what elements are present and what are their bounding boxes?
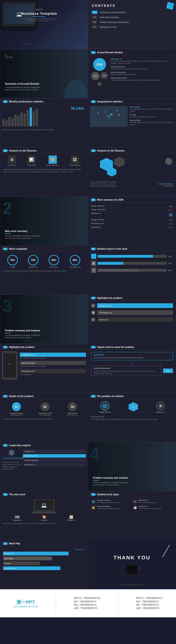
wp-item-2: Start Today bbox=[3, 556, 85, 560]
cover-year: 20XX bbox=[21, 8, 57, 11]
annual-item-1-name: Windows 10 bbox=[111, 58, 172, 60]
main-work-slide: 15 The main work 💻 ⌨ Keynote 6.3 🎨 Illus… bbox=[0, 491, 88, 540]
bar-9 bbox=[27, 110, 29, 126]
bar-12 bbox=[36, 109, 38, 126]
wp-item-1: Keynote 5.3 bbox=[3, 552, 85, 555]
hlp-item-2: Adobe Illustrator Your main work and put… bbox=[20, 361, 86, 367]
analysis1-title: Analysis on the Reasons bbox=[9, 150, 37, 152]
prosum-title: Problem summary and solution bbox=[93, 476, 130, 479]
bar-4 bbox=[11, 118, 14, 126]
wc-badge: 07 bbox=[3, 248, 8, 250]
urgent-box-1: Questions Your main work and put as any … bbox=[91, 352, 173, 360]
dws-item-1: 🌐 Google Chrome Your main work and put a… bbox=[91, 499, 131, 504]
monthly-stats-slide: 02 Monthly performance statistics 36,244… bbox=[0, 98, 88, 147]
wc-item-2: 70% Keynote 6.3 bbox=[28, 255, 39, 268]
highlights-1-slide: 09 Highlights the problem ⊕ Google Chrom… bbox=[88, 295, 176, 344]
ps-item-3: 🖥 Windows 10 bbox=[156, 402, 165, 413]
hex-2 bbox=[114, 157, 125, 167]
year-2033: 2033 bbox=[97, 82, 102, 86]
analysis-icon-2: 📊 Power Point bbox=[27, 156, 36, 166]
ps-badge: 13 bbox=[91, 395, 96, 398]
ls-desc: This main work and put as any files with… bbox=[2, 461, 21, 470]
annual-item-2-name: Photoshop CS6 bbox=[111, 66, 172, 68]
hl1-item-1: ⊕ Google Chrome bbox=[91, 303, 173, 308]
mw-item-3: 🪟 Window 10 bbox=[67, 515, 75, 521]
ws-item-3: Windows 12 👥 bbox=[91, 212, 173, 218]
panel1-title: Summary of Annual Results bbox=[5, 82, 42, 85]
connect-line bbox=[132, 362, 132, 364]
footer: 第一PPT HTTP://WWW.1PPT.COM 联系方式：下载后查看联系方式… bbox=[0, 589, 176, 617]
thankyou-text: THANK YOU bbox=[114, 555, 150, 561]
annual-left-panel: 01 Full Chat Summary of Annual Results T… bbox=[0, 49, 88, 98]
annual-item-1-desc: Your main work and put as any files with… bbox=[111, 60, 172, 64]
worksummary-label: Main work summary bbox=[5, 230, 40, 232]
ls-title: Leadership support bbox=[9, 444, 31, 447]
ps-title: The problem of solution bbox=[97, 395, 124, 398]
ls-item-2: Photoshop CS4 bbox=[23, 454, 86, 458]
ws-item-2: Power Point 2031 bbox=[91, 208, 173, 212]
bar-6 bbox=[17, 116, 20, 126]
problem-left-panel: 3 Problem summary and analysis The best … bbox=[0, 295, 88, 344]
hl1-item-3: ⊙ Window 10 bbox=[91, 317, 173, 322]
annual-item-4-desc: Your main work and put as any files with… bbox=[111, 79, 172, 81]
bar-5 bbox=[14, 114, 17, 126]
problem-solution-slide: 13 The problem of solution 🌐 Google Chro… bbox=[88, 393, 176, 442]
analysis-icon-1: 🖥 Windows 10 bbox=[8, 156, 17, 166]
mw-item-1: ⌨ Keynote 6.3 bbox=[13, 515, 21, 521]
work-plan-slide: 17 Work Plan Keynote 5.3 Keynote 5.3 Sta… bbox=[0, 540, 88, 589]
monthly-badge: 02 bbox=[3, 100, 8, 103]
detailed-steps-slide: 16 Detailed work steps 🌐 Google Chrome Y… bbox=[88, 491, 176, 540]
ws-badge: 06 bbox=[91, 198, 96, 201]
urgent-action-area: Adobe illustrator Your main work and put… bbox=[91, 366, 173, 376]
contents-item-1: 01 Summary of Annual Results bbox=[88, 10, 176, 15]
big-num-3: 3 bbox=[3, 297, 13, 315]
wc-item-4: 80% Photoshop CS6 bbox=[69, 255, 81, 268]
contents-item-3: 03 Problem summary and solution bbox=[88, 20, 176, 24]
big-num-2: 2 bbox=[3, 200, 12, 216]
ws-item-5: Photoshop Cs6 bbox=[91, 222, 173, 226]
dp-title: Details of the problem bbox=[9, 395, 34, 398]
mw-title: The main work bbox=[9, 493, 25, 496]
dr-item-1: 🌐 80% bbox=[91, 254, 173, 259]
footer-left-info: 联系方式：下载后查看联系方式 电话：下载后查看联系方式 地址：下载后查看联系方式… bbox=[74, 596, 100, 610]
wp-badge: 17 bbox=[3, 542, 8, 545]
dp-item-2: 02 Photoshop CS6 Your main work bbox=[39, 402, 52, 416]
cover-subtitle: This presentation is suitable for descri… bbox=[21, 18, 57, 22]
big-num-4: 4 bbox=[90, 444, 100, 463]
footer-logo: 第一PPT bbox=[14, 599, 38, 606]
wp-title: Work Plan bbox=[9, 542, 20, 545]
geo-stats-slide: 03 Geographical statistics 🌍 Shan Dong Y… bbox=[88, 98, 176, 147]
analysis2-desc: Your main work and put as any files with… bbox=[91, 181, 119, 187]
contents-item-4: 04 Workplan for 2037 bbox=[88, 24, 176, 30]
ls-item-1: Keynote 6.3 bbox=[23, 450, 86, 453]
up-badge: 11 bbox=[91, 346, 96, 348]
dp-item-1: 01 Google Chrome Your main work bbox=[10, 402, 23, 416]
cover-title: Business Template bbox=[21, 12, 57, 16]
dws-item-4: 🪟 Window 10 Your main work and put as fi… bbox=[133, 505, 173, 510]
highlights-phone-slide: 10 Highlights the problem 📱 Google Chrom… bbox=[0, 344, 88, 393]
bar-1 bbox=[2, 119, 5, 126]
dws-item-3: 🎨 Adobe Illustrator Your main work and p… bbox=[91, 505, 131, 510]
hlp-item-3: Photoshop Cs6 Your main work bbox=[20, 369, 86, 375]
ws-title: Work summary for 2036 bbox=[97, 198, 123, 201]
coffee-cup bbox=[126, 564, 138, 575]
work-summary-slide: 06 Work summary for 2036 Adobe Illustrat… bbox=[88, 196, 176, 246]
monthly-desc: Don't rush and put as your text for thei… bbox=[2, 128, 86, 131]
wc-title: Work completed bbox=[9, 248, 27, 250]
bar-8 bbox=[24, 114, 26, 126]
footer-url: HTTP://WWW.1PPT.COM bbox=[14, 606, 38, 608]
problem-panel-desc: The best presentation for business is do… bbox=[5, 334, 42, 339]
detailed-report-slide: 08 Detailed report on the work 🌐 80% 🖼 3… bbox=[88, 246, 176, 295]
thankyou-slide: THANK YOU The best presentation template bbox=[88, 540, 176, 589]
hl1-badge: 09 bbox=[91, 297, 96, 299]
dws-item-2: ✏ Illustrator 5 Your main work and put bbox=[133, 499, 173, 504]
ws-item-6: Keynote 6.3 bbox=[91, 226, 173, 229]
worksummary-left-panel: 2 Main work summary The best presentatio… bbox=[0, 196, 88, 246]
problem-summary-panel: 4 Problem summary and solution The best … bbox=[88, 442, 176, 491]
geo-item-2: Fu Jian Your main work and put as any fi… bbox=[130, 114, 174, 118]
analysis2-title: Analysis on the Reasons bbox=[97, 150, 125, 152]
year-2034: 2034 bbox=[101, 72, 108, 79]
dws-title: Detailed work steps bbox=[97, 493, 119, 496]
ws-item-4: Google Chrome bbox=[91, 218, 173, 222]
urgent-action-btn[interactable]: Action bbox=[163, 368, 173, 373]
